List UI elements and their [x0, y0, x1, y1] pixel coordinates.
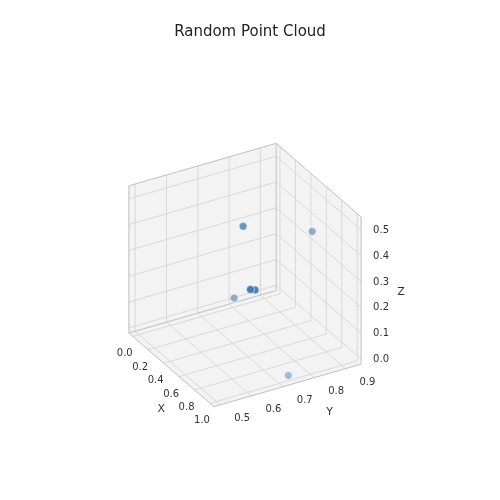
x-axis-label: X [158, 402, 166, 415]
x-tick-label: 0.0 [117, 347, 133, 358]
z-tick-label: 0.1 [373, 327, 389, 338]
z-tick-label: 0.0 [373, 353, 389, 364]
y-tick-label: 0.8 [328, 385, 344, 396]
x-tick-label: 1.0 [194, 414, 210, 425]
z-tick-label: 0.2 [373, 301, 389, 312]
figure: Random Point Cloud 0.00.20.40.60.81.00.5… [0, 0, 500, 500]
x-tick-label: 0.6 [163, 388, 179, 399]
y-tick-label: 0.5 [234, 412, 250, 423]
y-tick-label: 0.7 [297, 394, 313, 405]
scatter-point [230, 294, 238, 302]
z-axis-label: Z [397, 285, 405, 298]
z-tick-label: 0.4 [373, 250, 389, 261]
y-tick-label: 0.6 [265, 403, 281, 414]
scatter-point [308, 227, 316, 235]
x-tick-label: 0.8 [179, 401, 195, 412]
scatter-point [246, 286, 254, 294]
y-axis-label: Y [325, 405, 333, 418]
z-tick-label: 0.5 [373, 224, 389, 235]
x-tick-label: 0.2 [132, 361, 148, 372]
z-tick-label: 0.3 [373, 276, 389, 287]
scatter-point [239, 222, 247, 230]
scatter-point [284, 372, 292, 380]
y-tick-label: 0.9 [359, 376, 375, 387]
x-tick-label: 0.4 [148, 374, 164, 385]
plot-area: 0.00.20.40.60.81.00.50.60.70.80.90.00.10… [0, 0, 500, 500]
